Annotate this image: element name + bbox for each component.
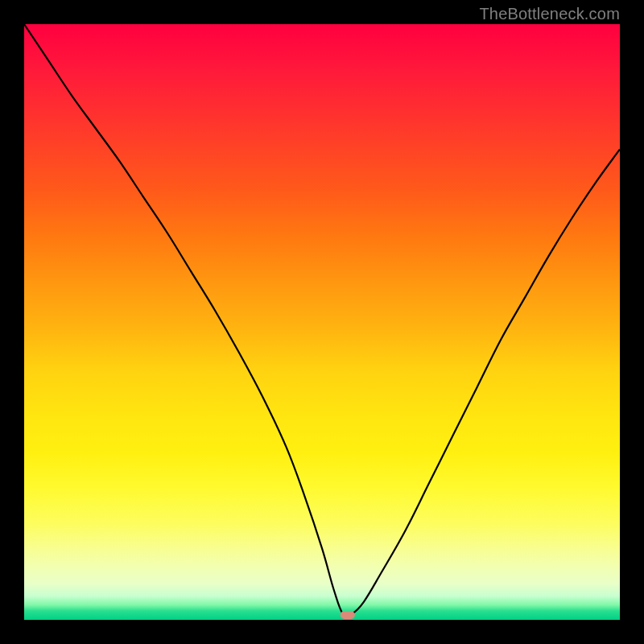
bottleneck-curve — [24, 24, 620, 617]
watermark-text: TheBottleneck.com — [479, 5, 620, 23]
minimum-marker — [341, 611, 355, 619]
marker-dot — [341, 611, 355, 619]
chart-svg — [24, 24, 620, 620]
chart-stage: TheBottleneck.com — [0, 0, 644, 644]
curve-path — [24, 24, 620, 617]
